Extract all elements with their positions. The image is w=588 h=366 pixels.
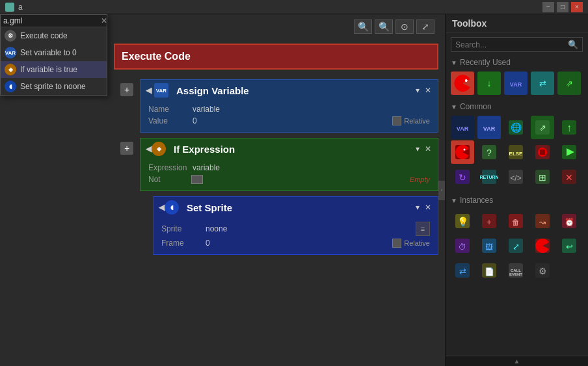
svg-text:⏱: ⏱	[459, 242, 466, 252]
recently-used-arrow: ▼	[451, 59, 457, 66]
tool-loop[interactable]: ↻	[451, 165, 474, 189]
fit-button[interactable]: ⤢	[416, 20, 434, 34]
tool-var-dark[interactable]: VAR	[451, 116, 474, 139]
tool-destroy[interactable]: 🗑	[504, 209, 528, 233]
recently-used-header[interactable]: ▼ Recently Used	[446, 56, 588, 69]
assign-close-button[interactable]: ✕	[423, 86, 433, 95]
sprite-dropdown-button[interactable]: ▾	[414, 203, 421, 212]
minimize-button[interactable]: −	[542, 2, 554, 12]
toolbox-section-instances: ▼ Instances 💡 + 🗑	[446, 194, 588, 285]
tool-teal-arrows[interactable]: ⇄	[531, 72, 554, 95]
tool-pacman-red[interactable]	[451, 72, 474, 95]
tool-stop[interactable]	[531, 140, 554, 164]
tool-wrap[interactable]: ↩	[557, 234, 581, 257]
assign-variable-block: ◀ VAR Assign Variable ▾ ✕ Name variab	[140, 79, 438, 133]
if-not-checkbox[interactable]	[191, 175, 203, 184]
autocomplete-clear-button[interactable]: ✕	[101, 16, 107, 25]
zoom-out-button[interactable]: 🔍	[354, 20, 372, 34]
autocomplete-search-input[interactable]	[3, 16, 101, 25]
tool-path[interactable]: ↝	[531, 209, 554, 233]
sprite-relative-checkbox[interactable]: Relative	[392, 239, 430, 248]
common-label: Common	[460, 102, 492, 111]
tool-green-move[interactable]: ⇗	[557, 72, 581, 95]
tool-var-light[interactable]: VAR	[477, 116, 501, 139]
sprite-relative-chk[interactable]	[392, 239, 401, 248]
tool-globe-green[interactable]: 🌐	[504, 116, 528, 139]
if-collapse-arrow[interactable]: ◀	[146, 144, 152, 153]
tool-move-instance[interactable]: ⇄	[451, 259, 474, 282]
autocomplete-item-set-sprite[interactable]: ◖ Set sprite to noone	[1, 78, 107, 95]
tool-step[interactable]: ⏱	[451, 234, 474, 257]
svg-text:⇄: ⇄	[539, 79, 546, 88]
tool-globe-green2[interactable]: ⇗	[531, 116, 554, 139]
tool-bounce[interactable]: ⤢	[504, 234, 528, 257]
assign-relative-label: Relative	[404, 117, 430, 125]
svg-text:🖼: 🖼	[485, 242, 493, 252]
assign-variable-body: Name variable Value 0 Relative	[140, 101, 438, 132]
tool-bulb[interactable]: 💡	[451, 209, 474, 233]
common-header[interactable]: ▼ Common	[446, 100, 588, 113]
sprite-file-button[interactable]: ≡	[416, 222, 430, 236]
maximize-button[interactable]: □	[557, 2, 568, 12]
assign-block-controls: ▾ ✕	[414, 86, 433, 95]
panel-collapse-handle[interactable]: ‹	[438, 181, 445, 200]
autocomplete-item-label: Set variable to 0	[20, 48, 77, 57]
tool-code[interactable]: </>	[504, 165, 528, 189]
add-block-button-1[interactable]: +	[120, 83, 133, 96]
tool-sprite-instance[interactable]: 🖼	[477, 234, 501, 257]
set-sprite-title: Set Sprite	[187, 202, 232, 213]
tool-var-blue[interactable]: VAR	[504, 72, 528, 95]
close-button[interactable]: ×	[571, 2, 583, 12]
tool-call-event[interactable]: CALLEVENT	[504, 259, 528, 282]
assign-dropdown-button[interactable]: ▾	[414, 86, 421, 95]
sprite-close-button[interactable]: ✕	[423, 203, 433, 212]
zoom-in-button[interactable]: 🔍	[375, 20, 393, 34]
tool-pacman-instance[interactable]	[531, 234, 554, 257]
if-close-button[interactable]: ✕	[423, 144, 433, 153]
tool-move-arrow[interactable]: ↑	[557, 116, 581, 139]
svg-text:VAR: VAR	[483, 125, 496, 132]
execute-code-icon: ⚙	[5, 30, 16, 42]
svg-point-19	[464, 149, 466, 151]
tool-create[interactable]: +	[477, 209, 501, 233]
tool-alarm[interactable]: ⏰	[557, 209, 581, 233]
instances-label: Instances	[460, 196, 493, 205]
assign-relative-chk[interactable]	[392, 116, 401, 125]
tool-play[interactable]	[557, 140, 581, 164]
tool-x[interactable]: ✕	[557, 165, 581, 189]
svg-text:↩: ↩	[566, 242, 573, 252]
autocomplete-item-if-variable[interactable]: ◈ If variable is true	[1, 61, 107, 78]
assign-relative-checkbox[interactable]: Relative	[392, 116, 430, 125]
sprite-collapse-arrow[interactable]: ◀	[159, 203, 165, 212]
zoom-reset-button[interactable]: ⊙	[395, 20, 414, 34]
tool-file[interactable]: 📄	[477, 259, 501, 282]
svg-text:ELSE: ELSE	[509, 151, 524, 157]
tool-gear[interactable]: ⚙	[531, 259, 554, 282]
instances-icons: 💡 + 🗑 ↝ ⏰	[446, 207, 588, 285]
tool-green-arrow[interactable]: ↓	[477, 72, 501, 95]
tool-grid[interactable]: ⊞	[531, 165, 554, 189]
tool-else[interactable]: ELSE	[504, 140, 528, 164]
sprite-frame-row: Frame 0 Relative	[161, 239, 430, 248]
tool-return[interactable]: RETURN	[477, 165, 501, 189]
svg-text:🗑: 🗑	[512, 218, 520, 227]
toolbox-search-input[interactable]	[455, 40, 568, 49]
if-not-label: Not	[148, 175, 187, 184]
instances-header[interactable]: ▼ Instances	[446, 194, 588, 207]
autocomplete-item-set-variable[interactable]: VAR Set variable to 0	[1, 44, 107, 61]
sprite-relative-label: Relative	[404, 239, 430, 247]
autocomplete-item-label: Execute code	[20, 31, 68, 40]
if-dropdown-button[interactable]: ▾	[414, 144, 421, 153]
toolbox-bottom-scrollbar[interactable]: ▲	[446, 356, 588, 366]
toolbox-title: Toolbox	[446, 14, 588, 33]
tool-question[interactable]: ?	[477, 140, 501, 164]
assign-collapse-arrow[interactable]: ◀	[146, 86, 152, 95]
tool-pacman[interactable]	[451, 140, 474, 164]
assign-name-value: variable	[193, 105, 220, 114]
add-block-button-2[interactable]: +	[120, 142, 133, 155]
autocomplete-item-execute-code[interactable]: ⚙ Execute code	[1, 27, 107, 44]
svg-text:?: ?	[487, 148, 492, 158]
svg-text:⤢: ⤢	[513, 242, 520, 252]
main-layout: ✕ ⚙ Execute code VAR Set variable to 0 ◈…	[0, 14, 588, 366]
toolbox-panel: Toolbox 🔍 ▼ Recently Used ↓	[445, 14, 588, 366]
